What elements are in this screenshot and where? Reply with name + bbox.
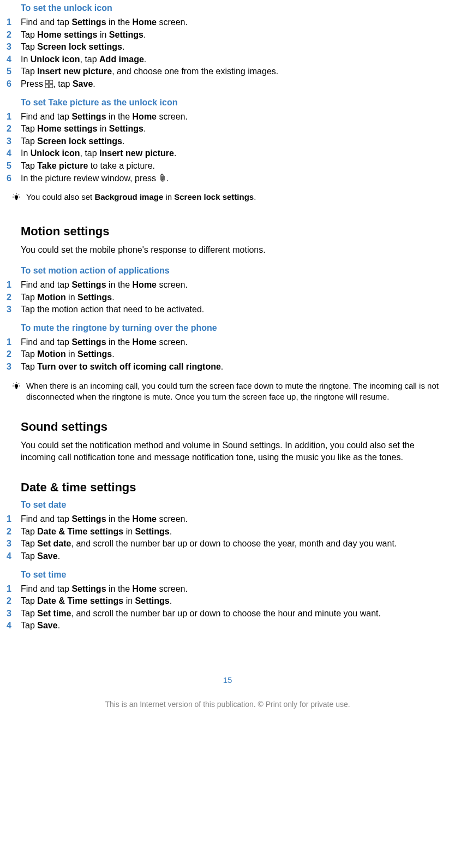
bold-text: Home settings xyxy=(37,124,97,133)
tip-text: You could also set Backgroud image in Sc… xyxy=(26,192,442,203)
svg-rect-3 xyxy=(50,85,53,88)
section-paragraph: You could set the mobile phone's respons… xyxy=(21,244,442,256)
step-item: In Unlock icon, tap Add image. xyxy=(7,53,442,66)
step-item: Tap Save. xyxy=(7,550,442,562)
step-item: Tap Motion in Settings. xyxy=(7,292,442,304)
bold-text: Insert new picture xyxy=(37,67,112,76)
bold-text: Date & Time settings xyxy=(37,596,123,605)
bold-text: Settings xyxy=(71,17,106,27)
svg-rect-1 xyxy=(50,80,53,84)
tip-row: You could also set Backgroud image in Sc… xyxy=(7,192,442,203)
page-footer: This is an Internet version of this publ… xyxy=(0,700,455,714)
bold-text: Date & Time settings xyxy=(37,527,123,536)
step-item: Tap Set date, and scroll the number bar … xyxy=(7,538,442,550)
tip-icon-wrap xyxy=(7,381,26,391)
step-item: Tap Screen lock settings. xyxy=(7,41,442,53)
svg-line-9 xyxy=(14,194,14,195)
lightbulb-icon xyxy=(11,193,21,203)
bold-text: Settings xyxy=(77,293,112,302)
step-item: Tap Motion in Settings. xyxy=(7,348,442,360)
bold-text: Home xyxy=(133,337,157,347)
section-heading: Date & time settings xyxy=(21,480,442,495)
lightbulb-icon xyxy=(11,382,21,391)
bold-text: Motion xyxy=(37,349,65,359)
step-item: Press , tap Save. xyxy=(7,78,442,90)
sub-heading: To set motion action of applications xyxy=(21,266,442,276)
sub-heading: To set date xyxy=(21,500,442,510)
bold-text: Save xyxy=(37,621,57,630)
step-item: Tap Save. xyxy=(7,620,442,632)
svg-rect-12 xyxy=(16,388,17,389)
paperclip-icon xyxy=(159,174,166,182)
bold-text: Home xyxy=(133,17,157,27)
step-item: Tap the motion action that need to be ac… xyxy=(7,304,442,316)
svg-point-4 xyxy=(15,195,18,199)
page-number: 15 xyxy=(0,675,455,685)
step-item: Find and tap Settings in the Home screen… xyxy=(7,279,442,291)
bold-text: Settings xyxy=(77,349,112,359)
step-item: Tap Turn over to switch off icoming call… xyxy=(7,361,442,373)
bold-text: Settings xyxy=(71,514,106,524)
bold-text: Settings xyxy=(135,527,170,536)
svg-line-16 xyxy=(14,383,14,384)
page-content: To set the unlock iconFind and tap Setti… xyxy=(0,3,455,632)
tip-text: When there is an incoming call, you coul… xyxy=(26,381,442,403)
step-item: Find and tap Settings in the Home screen… xyxy=(7,336,442,348)
bold-text: Home xyxy=(133,112,157,121)
steps-list: Find and tap Settings in the Home screen… xyxy=(7,279,442,316)
sub-heading: To set the unlock icon xyxy=(21,3,442,13)
section-heading: Motion settings xyxy=(21,224,442,239)
step-item: Find and tap Settings in the Home screen… xyxy=(7,111,442,123)
section-paragraph: You could set the notification method an… xyxy=(21,439,442,463)
bold-text: Motion xyxy=(37,293,65,302)
tip-icon-wrap xyxy=(7,192,26,203)
bold-text: Screen lock settings xyxy=(37,42,122,51)
bold-text: Take picture xyxy=(37,161,88,170)
svg-rect-5 xyxy=(16,199,17,200)
steps-list: Find and tap Settings in the Home screen… xyxy=(7,111,442,185)
bold-text: Settings xyxy=(135,596,170,605)
bold-text: Settings xyxy=(71,584,106,593)
bold-text: Screen lock settings xyxy=(37,136,122,146)
sub-heading: To set time xyxy=(21,570,442,580)
grid-icon xyxy=(45,80,53,88)
bold-text: Unlock icon xyxy=(31,55,80,64)
svg-point-11 xyxy=(15,384,18,387)
bold-text: Settings xyxy=(71,280,106,289)
svg-line-10 xyxy=(19,194,19,195)
steps-list: Find and tap Settings in the Home screen… xyxy=(7,583,442,632)
bold-text: Add image xyxy=(99,55,144,64)
bold-text: Turn over to switch off icoming call rin… xyxy=(37,362,221,371)
step-item: Tap Insert new picture, and choose one f… xyxy=(7,66,442,78)
bold-text: Save xyxy=(73,79,93,88)
bold-text: Home xyxy=(133,514,157,524)
svg-rect-2 xyxy=(45,85,49,88)
step-item: In Unlock icon, tap Insert new picture. xyxy=(7,147,442,159)
bold-text: Screen lock settings xyxy=(174,192,254,201)
sub-heading: To mute the ringtone by turning over the… xyxy=(21,323,442,333)
step-item: Tap Home settings in Settings. xyxy=(7,123,442,135)
bold-text: Settings xyxy=(109,30,143,39)
steps-list: Find and tap Settings in the Home screen… xyxy=(7,336,442,373)
step-item: Tap Home settings in Settings. xyxy=(7,29,442,41)
bold-text: Settings xyxy=(109,124,143,133)
steps-list: Find and tap Settings in the Home screen… xyxy=(7,16,442,90)
bold-text: Save xyxy=(37,551,57,561)
step-item: Tap Set time, and scroll the number bar … xyxy=(7,608,442,620)
step-item: Tap Screen lock settings. xyxy=(7,135,442,147)
bold-text: Settings xyxy=(71,337,106,347)
svg-rect-0 xyxy=(45,80,49,84)
bold-text: Set time xyxy=(37,609,71,618)
bold-text: Backgroud image xyxy=(94,192,163,201)
step-item: Find and tap Settings in the Home screen… xyxy=(7,16,442,28)
step-item: Tap Date & Time settings in Settings. xyxy=(7,595,442,607)
bold-text: Settings xyxy=(71,112,106,121)
bold-text: Home settings xyxy=(37,30,97,39)
section-heading: Sound settings xyxy=(21,420,442,434)
sub-heading: To set Take picture as the unlock icon xyxy=(21,98,442,108)
steps-list: Find and tap Settings in the Home screen… xyxy=(7,513,442,562)
bold-text: Home xyxy=(133,584,157,593)
step-item: Tap Take picture to take a picture. xyxy=(7,160,442,172)
step-item: Find and tap Settings in the Home screen… xyxy=(7,583,442,595)
bold-text: Unlock icon xyxy=(31,148,80,158)
